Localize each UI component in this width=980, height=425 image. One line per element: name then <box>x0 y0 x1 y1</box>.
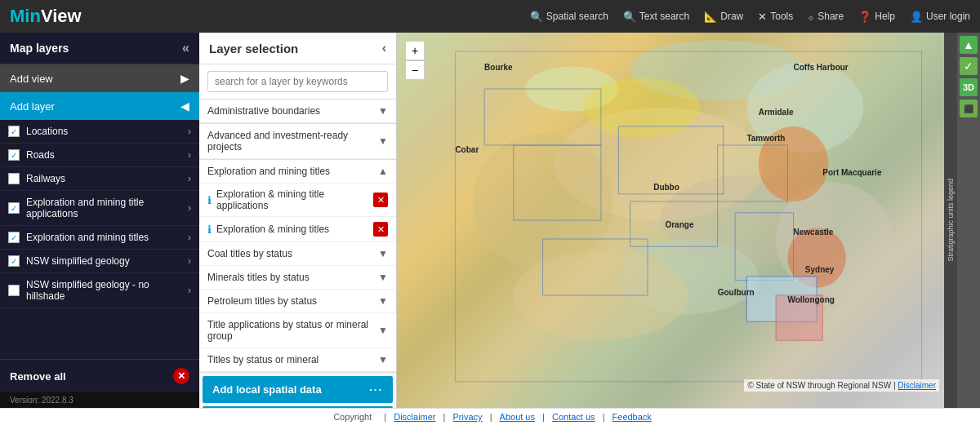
add-layer-label: Add layer <box>10 100 55 113</box>
remove-all-button[interactable]: Remove all ✕ <box>0 360 199 392</box>
exp-mining-apps-checkbox[interactable]: ✓ <box>8 202 20 214</box>
advanced-group-toggle-icon: ▼ <box>378 135 388 147</box>
sub-item-titles-label: Exploration & mining titles <box>216 224 373 235</box>
sidebar-collapse-icon[interactable]: « <box>182 41 189 55</box>
footer-copyright: Copyright <box>333 412 372 422</box>
help-nav[interactable]: ❓ Help <box>858 11 895 23</box>
disclaimer-link[interactable]: Disclaimer <box>898 381 936 390</box>
draw-nav[interactable]: 📐 Draw <box>704 11 743 23</box>
share-nav[interactable]: ⬦ Share <box>808 11 844 23</box>
footer-privacy[interactable]: Privacy <box>453 412 483 422</box>
locations-label: Locations <box>26 126 188 137</box>
info-icon-titles[interactable]: ℹ <box>207 224 212 236</box>
sidebar-item-exp-mining-apps[interactable]: ✓ Exploration and mining title applicati… <box>0 191 199 226</box>
user-icon: 👤 <box>910 11 923 23</box>
left-sidebar: Map layers « Add view ▶ Add layer ◀ ✓ Lo… <box>0 33 199 408</box>
layer-search-input[interactable] <box>207 71 388 92</box>
titles-status-mineral-dropdown[interactable]: Titles by status or mineral ▼ <box>199 348 396 372</box>
zoom-out-button[interactable]: − <box>405 60 425 80</box>
sub-item-apps-label: Exploration & mining title applications <box>216 188 373 211</box>
layer-group-exp-mining: Exploration and mining titles ▲ ℹ Explor… <box>199 160 396 373</box>
stratigraphic-legend-panel[interactable]: Stratigraphic units legend <box>944 33 957 408</box>
remove-apps-button[interactable]: ✕ <box>373 193 388 207</box>
sidebar-item-nsw-geology[interactable]: ✓ NSW simplified geology › <box>0 250 199 273</box>
layer-panel-header: Layer selection ‹ <box>199 33 396 64</box>
sidebar-item-locations[interactable]: ✓ Locations › <box>0 120 199 144</box>
coal-titles-dropdown[interactable]: Coal titles by status ▼ <box>199 242 396 266</box>
exp-mining-titles-label: Exploration and mining titles <box>26 232 188 243</box>
map-3d-button[interactable]: 3D <box>960 78 978 96</box>
layer-group-advanced-header[interactable]: Advanced and investment-ready projects ▼ <box>199 124 396 159</box>
logo-min: Min <box>10 6 41 26</box>
coal-titles-label: Coal titles by status <box>207 248 292 259</box>
add-local-spatial-data-button[interactable]: Add local spatial data ··· <box>203 376 393 403</box>
map-layers-button[interactable]: ⬛ <box>960 100 978 117</box>
spatial-search-icon: 🔍 <box>530 11 543 23</box>
footer-disclaimer[interactable]: Disclaimer <box>394 412 435 422</box>
locations-checkbox[interactable]: ✓ <box>8 126 20 137</box>
sidebar-item-roads[interactable]: ✓ Roads › <box>0 144 199 167</box>
map-up-button[interactable]: ▲ <box>960 36 978 54</box>
sidebar-item-exp-mining-titles[interactable]: ✓ Exploration and mining titles › <box>0 226 199 250</box>
info-icon-apps[interactable]: ℹ <box>207 194 212 206</box>
app-logo[interactable]: MinView <box>10 6 82 27</box>
tools-nav[interactable]: ✕ Tools <box>758 11 793 23</box>
railways-checkbox[interactable] <box>8 173 20 184</box>
footer-contact[interactable]: Contact us <box>552 412 595 422</box>
layer-panel-close-icon[interactable]: ‹ <box>382 41 386 55</box>
roads-checkbox[interactable]: ✓ <box>8 149 20 161</box>
layer-panel: Layer selection ‹ Administrative boundar… <box>199 33 397 408</box>
add-layer-arrow-icon: ◀ <box>180 100 189 113</box>
map-area[interactable]: Bourke Coffs Harbour Armidale Tamworth C… <box>397 33 980 408</box>
draw-icon: 📐 <box>704 11 717 23</box>
tools-icon: ✕ <box>758 11 767 23</box>
petroleum-titles-dropdown[interactable]: Petroleum titles by status ▼ <box>199 290 396 313</box>
footer-feedback[interactable]: Feedback <box>612 412 652 422</box>
coal-titles-toggle-icon: ▼ <box>378 248 388 259</box>
spatial-search-nav[interactable]: 🔍 Spatial search <box>530 11 608 23</box>
sidebar-item-railways[interactable]: Railways › <box>0 167 199 191</box>
svg-rect-21 <box>776 295 822 340</box>
remove-titles-button[interactable]: ✕ <box>373 222 388 237</box>
minerals-titles-dropdown[interactable]: Minerals titles by status ▼ <box>199 266 396 290</box>
add-layer-button[interactable]: Add layer ◀ <box>0 92 199 120</box>
sidebar-header: Map layers « <box>0 33 199 64</box>
nsw-geology-no-hillshade-checkbox[interactable] <box>8 285 20 296</box>
add-view-button[interactable]: Add view ▶ <box>0 64 199 92</box>
exp-mining-titles-expand-icon: › <box>188 232 191 243</box>
footer-about[interactable]: About us <box>500 412 535 422</box>
add-view-arrow-icon: ▶ <box>180 72 189 85</box>
locations-expand-icon: › <box>188 126 191 137</box>
minerals-titles-label: Minerals titles by status <box>207 272 310 283</box>
railways-label: Railways <box>26 173 188 184</box>
remove-all-icon: ✕ <box>173 368 189 384</box>
map-check-button[interactable]: ✓ <box>960 57 978 75</box>
help-icon: ❓ <box>858 11 871 23</box>
layer-search-container <box>199 64 396 100</box>
tools-label: Tools <box>770 11 793 22</box>
layer-group-admin-header[interactable]: Administrative boundaries ▼ <box>199 100 396 123</box>
title-apps-status-dropdown[interactable]: Title applications by status or mineral … <box>199 313 396 348</box>
minerals-titles-toggle-icon: ▼ <box>378 272 388 283</box>
main-area: Map layers « Add view ▶ Add layer ◀ ✓ Lo… <box>0 33 980 408</box>
text-search-nav[interactable]: 🔍 Text search <box>623 11 689 23</box>
admin-group-label: Administrative boundaries <box>207 105 320 117</box>
copyright-text: © State of NSW through Regional NSW | <box>747 381 898 390</box>
footer-sep-4: | <box>542 412 547 422</box>
exp-mining-titles-checkbox[interactable]: ✓ <box>8 232 20 243</box>
zoom-in-button[interactable]: + <box>405 41 425 60</box>
user-login-nav[interactable]: 👤 User login <box>910 11 970 23</box>
titles-status-mineral-label: Titles by status or mineral <box>207 354 318 365</box>
layer-panel-footer: Add local spatial data ··· Add web servi… <box>199 373 396 408</box>
sidebar-item-nsw-geology-no-hillshade[interactable]: NSW simplified geology - no hillshade › <box>0 273 199 308</box>
svg-point-9 <box>759 126 829 201</box>
map-svg <box>397 33 980 408</box>
nsw-geology-checkbox[interactable]: ✓ <box>8 255 20 267</box>
layer-group-exp-mining-header[interactable]: Exploration and mining titles ▲ <box>199 160 396 184</box>
nsw-geology-no-hillshade-expand-icon: › <box>188 285 191 296</box>
footer-sep-3: | <box>490 412 495 422</box>
layer-group-admin: Administrative boundaries ▼ <box>199 100 396 124</box>
add-local-spatial-data-label: Add local spatial data <box>212 383 322 396</box>
nsw-geology-no-hillshade-label: NSW simplified geology - no hillshade <box>26 279 188 302</box>
map-canvas: Bourke Coffs Harbour Armidale Tamworth C… <box>397 33 980 408</box>
